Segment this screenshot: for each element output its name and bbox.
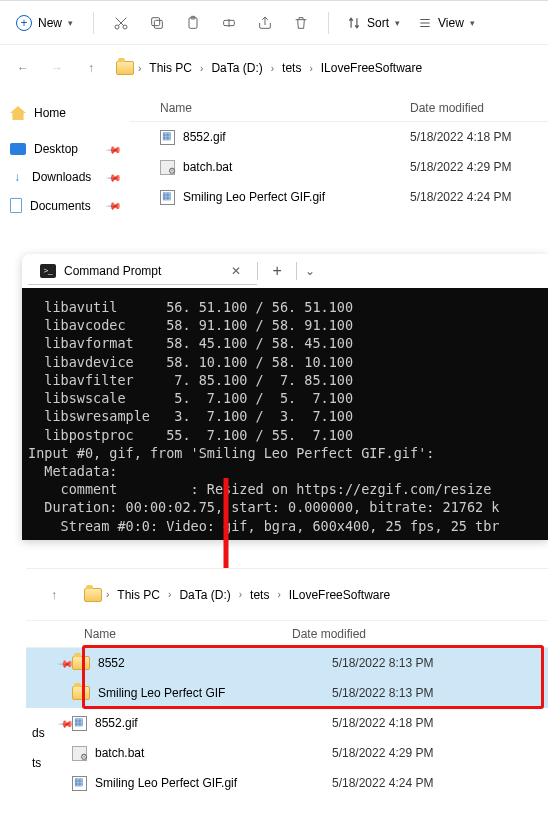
breadcrumb[interactable]: ILoveFreeSoftware (285, 585, 394, 605)
file-name: 8552.gif (183, 130, 226, 144)
up-button[interactable]: ↑ (76, 53, 106, 83)
breadcrumb[interactable]: tets (246, 585, 273, 605)
file-name: Smiling Leo Perfect GIF.gif (183, 190, 325, 204)
breadcrumb[interactable]: DaTa (D:) (207, 58, 266, 78)
file-row[interactable]: batch.bat 5/18/2022 4:29 PM (26, 738, 548, 768)
svg-rect-2 (154, 20, 162, 28)
chevron-right-icon: › (106, 589, 109, 600)
file-row[interactable]: Smiling Leo Perfect GIF.gif 5/18/2022 4:… (130, 182, 548, 212)
file-row[interactable]: 📌 8552.gif 5/18/2022 4:18 PM (26, 708, 548, 738)
gif-icon (160, 130, 175, 145)
explorer-window-bottom: ↑ › This PC › DaTa (D:) › tets › ILoveFr… (26, 568, 548, 798)
cut-button[interactable] (104, 7, 138, 39)
nav-row: ← → ↑ › This PC › DaTa (D:) › tets › ILo… (0, 45, 548, 91)
sidebar: Home Desktop 📌 ↓ Downloads 📌 Documents 📌 (0, 91, 130, 228)
column-date[interactable]: Date modified (292, 627, 366, 641)
folder-icon (84, 588, 102, 602)
svg-rect-3 (152, 17, 160, 25)
breadcrumb[interactable]: This PC (145, 58, 196, 78)
file-name: 8552 (98, 656, 125, 670)
tab-dropdown[interactable]: ⌄ (297, 264, 323, 278)
terminal-tab[interactable]: >_ Command Prompt ✕ (28, 258, 257, 285)
sidebar-item-downloads[interactable]: ↓ Downloads 📌 (0, 163, 130, 191)
file-date: 5/18/2022 8:13 PM (332, 656, 433, 670)
file-row[interactable]: 📌 8552 5/18/2022 8:13 PM (26, 648, 548, 678)
file-row[interactable]: Smiling Leo Perfect GIF 5/18/2022 8:13 P… (26, 678, 548, 708)
paste-button[interactable] (176, 7, 210, 39)
share-button[interactable] (248, 7, 282, 39)
folder-icon (116, 61, 134, 75)
up-button[interactable]: ↑ (34, 580, 74, 610)
explorer-window-top: + New ▾ Sort ▾ View ▾ ← → ↑ › This PC (0, 0, 548, 228)
copy-button[interactable] (140, 7, 174, 39)
file-date: 5/18/2022 4:29 PM (410, 160, 511, 174)
address-bar[interactable]: › This PC › DaTa (D:) › tets › ILoveFree… (84, 585, 394, 605)
new-tab-button[interactable]: + (258, 262, 295, 280)
sidebar-label: Desktop (34, 142, 78, 156)
downloads-icon: ↓ (10, 170, 24, 184)
new-label: New (38, 16, 62, 30)
delete-button[interactable] (284, 7, 318, 39)
chevron-down-icon: ▾ (470, 18, 475, 28)
bat-icon (160, 160, 175, 175)
breadcrumb[interactable]: DaTa (D:) (175, 585, 234, 605)
plus-icon: + (16, 15, 32, 31)
sort-button[interactable]: Sort ▾ (339, 10, 408, 36)
chevron-down-icon: ▾ (395, 18, 400, 28)
chevron-right-icon: › (138, 63, 141, 74)
pin-icon: 📌 (106, 141, 122, 157)
chevron-right-icon: › (239, 589, 242, 600)
file-row[interactable]: batch.bat 5/18/2022 4:29 PM (130, 152, 548, 182)
sidebar-item-documents[interactable]: Documents 📌 (0, 191, 130, 220)
sort-label: Sort (367, 16, 389, 30)
breadcrumb[interactable]: This PC (113, 585, 164, 605)
file-date: 5/18/2022 4:24 PM (410, 190, 511, 204)
column-headers[interactable]: Name Date modified (26, 621, 548, 648)
column-headers[interactable]: Name Date modified (130, 95, 548, 122)
chevron-right-icon: › (309, 63, 312, 74)
file-date: 5/18/2022 4:18 PM (332, 716, 433, 730)
sidebar-label: Downloads (32, 170, 91, 184)
file-date: 5/18/2022 4:24 PM (332, 776, 433, 790)
gif-icon (72, 776, 87, 791)
forward-button[interactable]: → (42, 53, 72, 83)
address-bar[interactable]: › This PC › DaTa (D:) › tets › ILoveFree… (116, 58, 426, 78)
sidebar-label: Documents (30, 199, 91, 213)
file-name: batch.bat (183, 160, 232, 174)
chevron-right-icon: › (200, 63, 203, 74)
file-date: 5/18/2022 4:18 PM (410, 130, 511, 144)
column-name[interactable]: Name (42, 627, 292, 641)
breadcrumb[interactable]: tets (278, 58, 305, 78)
sidebar-cut-text: ds (32, 726, 45, 740)
file-list: Name Date modified 8552.gif 5/18/2022 4:… (130, 91, 548, 228)
sort-icon (347, 16, 361, 30)
sidebar-cut-text: ts (32, 756, 41, 770)
chevron-right-icon: › (168, 589, 171, 600)
view-button[interactable]: View ▾ (410, 10, 483, 36)
sidebar-item-desktop[interactable]: Desktop 📌 (0, 135, 130, 163)
file-row[interactable]: Smiling Leo Perfect GIF.gif 5/18/2022 4:… (26, 768, 548, 798)
file-name: 8552.gif (95, 716, 138, 730)
sidebar-item-home[interactable]: Home (0, 99, 130, 127)
file-row[interactable]: 8552.gif 5/18/2022 4:18 PM (130, 122, 548, 152)
cmd-icon: >_ (40, 264, 56, 278)
column-date[interactable]: Date modified (410, 101, 484, 115)
breadcrumb[interactable]: ILoveFreeSoftware (317, 58, 426, 78)
chevron-down-icon: ▾ (68, 18, 73, 28)
folder-icon (72, 656, 90, 670)
new-button[interactable]: + New ▾ (6, 9, 83, 37)
terminal-output[interactable]: libavutil 56. 51.100 / 56. 51.100 libavc… (22, 288, 548, 540)
file-name: Smiling Leo Perfect GIF (98, 686, 225, 700)
gif-icon (160, 190, 175, 205)
rename-button[interactable] (212, 7, 246, 39)
home-icon (10, 106, 26, 120)
close-tab-button[interactable]: ✕ (227, 264, 245, 278)
file-name: Smiling Leo Perfect GIF.gif (95, 776, 237, 790)
back-button[interactable]: ← (8, 53, 38, 83)
tab-title: Command Prompt (64, 264, 161, 278)
column-name[interactable]: Name (160, 101, 410, 115)
nav-row: ↑ › This PC › DaTa (D:) › tets › ILoveFr… (26, 569, 548, 621)
terminal-window: >_ Command Prompt ✕ + ⌄ libavutil 56. 51… (22, 254, 548, 540)
documents-icon (10, 198, 22, 213)
chevron-right-icon: › (277, 589, 280, 600)
